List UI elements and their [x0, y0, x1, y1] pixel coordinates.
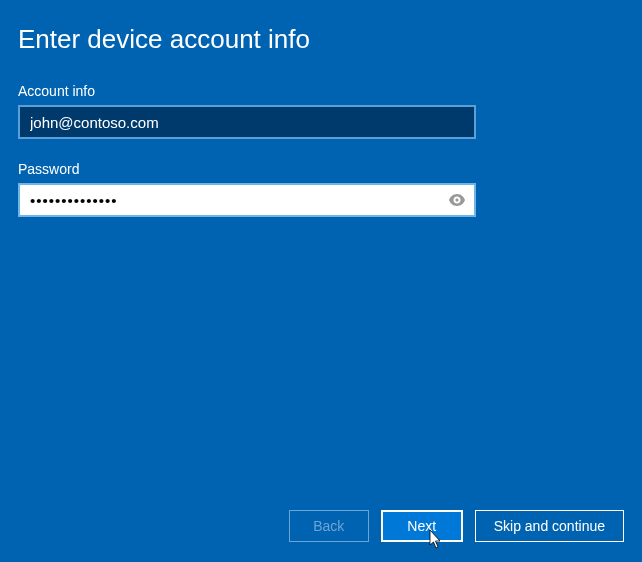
skip-and-continue-button[interactable]: Skip and continue — [475, 510, 624, 542]
button-bar: Back Next Skip and continue — [289, 510, 624, 542]
password-input[interactable] — [20, 185, 446, 215]
reveal-password-icon[interactable] — [446, 194, 474, 206]
account-label: Account info — [18, 83, 624, 99]
password-field-group: Password — [18, 161, 624, 217]
page-title: Enter device account info — [18, 24, 624, 55]
password-input-wrapper — [18, 183, 476, 217]
password-label: Password — [18, 161, 624, 177]
account-field-group: Account info — [18, 83, 624, 139]
next-button[interactable]: Next — [381, 510, 463, 542]
back-button[interactable]: Back — [289, 510, 369, 542]
account-input[interactable] — [18, 105, 476, 139]
